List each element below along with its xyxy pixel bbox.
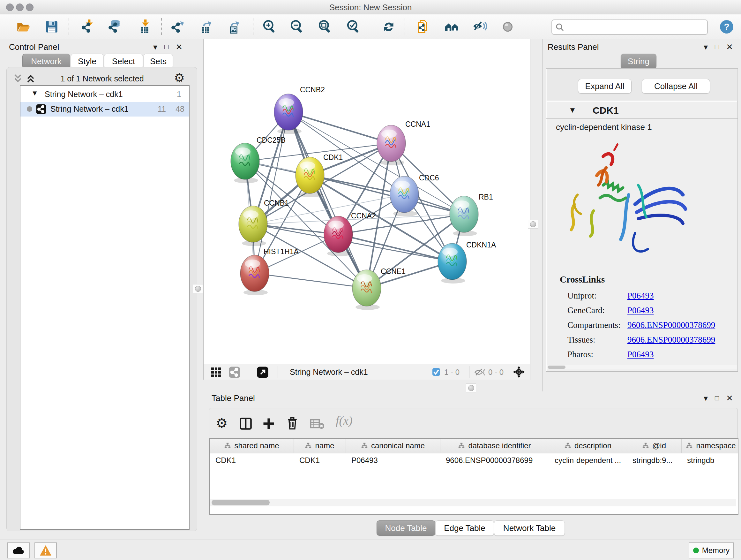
export-network-button[interactable] xyxy=(168,17,187,36)
collection-label: String Network – cdk1 xyxy=(45,90,123,99)
close-panel-icon[interactable]: ✕ xyxy=(176,42,183,52)
import-database-button[interactable] xyxy=(105,17,124,36)
import-table-button[interactable] xyxy=(135,17,153,36)
float-panel-icon[interactable]: ▾ xyxy=(704,393,708,403)
table-cell[interactable]: stringdb:9... xyxy=(627,454,681,467)
vertical-splitter-handle[interactable] xyxy=(193,284,203,293)
close-panel-icon[interactable]: ✕ xyxy=(726,393,733,403)
selected-checkbox-icon[interactable] xyxy=(432,368,441,376)
column-header-canonical-name[interactable]: canonical name xyxy=(346,439,441,453)
node-CCNA1[interactable]: CCNA1 xyxy=(377,120,430,165)
node-CCNB2[interactable]: CCNB2 xyxy=(274,85,325,134)
vertical-splitter-handle[interactable] xyxy=(528,220,538,229)
crosslink-link[interactable]: 9606.ENSP00000378699 xyxy=(627,335,715,345)
horizontal-splitter-handle[interactable] xyxy=(466,383,476,392)
maximize-panel-icon[interactable]: □ xyxy=(164,43,169,51)
node-RB1[interactable]: RB1 xyxy=(450,193,493,236)
export-image-button[interactable] xyxy=(223,17,242,36)
collapse-all-button[interactable]: Collapse All xyxy=(642,79,710,94)
function-builder-icon[interactable]: f(x) xyxy=(336,414,353,428)
tab-network[interactable]: Network xyxy=(22,54,70,69)
maximize-panel-icon[interactable]: □ xyxy=(715,394,719,402)
column-header-description[interactable]: description xyxy=(549,439,627,453)
network-collection-row[interactable]: ▼ String Network – cdk1 1 xyxy=(20,87,189,102)
expand-all-networks-icon[interactable] xyxy=(25,73,37,84)
tab-edge-table[interactable]: Edge Table xyxy=(435,520,494,536)
network-row-selected[interactable]: String Network – cdk1 11 48 xyxy=(20,102,189,117)
crosslink-link[interactable]: P06493 xyxy=(627,350,654,360)
crosslink-link[interactable]: P06493 xyxy=(627,306,654,315)
column-header-database-identifier[interactable]: database identifier xyxy=(440,439,549,453)
tab-sets[interactable]: Sets xyxy=(144,54,173,69)
table-hscrollbar-thumb[interactable] xyxy=(212,500,270,505)
pan-move-icon[interactable] xyxy=(513,366,525,378)
zoom-out-button[interactable] xyxy=(288,17,307,36)
close-panel-icon[interactable]: ✕ xyxy=(726,42,733,52)
table-cell[interactable]: P06493 xyxy=(346,454,440,467)
table-cell[interactable]: 9606.ENSP00000378699 xyxy=(440,454,549,467)
tab-select[interactable]: Select xyxy=(104,54,143,69)
show-columns-icon[interactable] xyxy=(239,417,253,431)
help-icon: ? xyxy=(719,19,734,35)
crosslink-link[interactable]: 9606.ENSP00000378699 xyxy=(627,320,715,330)
node-label-CDC25B: CDC25B xyxy=(257,136,286,144)
tab-style[interactable]: Style xyxy=(71,54,104,69)
toolbar-separator xyxy=(469,366,469,378)
maximize-panel-icon[interactable]: □ xyxy=(715,43,719,51)
delete-table-icon[interactable] xyxy=(310,419,325,429)
zoom-selected-button[interactable] xyxy=(344,17,363,36)
tab-string[interactable]: String xyxy=(621,54,657,69)
results-hscrollbar-thumb[interactable] xyxy=(548,366,565,369)
refresh-layout-button[interactable] xyxy=(380,17,398,36)
first-neighbors-button[interactable] xyxy=(414,17,433,36)
birds-eye-view-icon[interactable] xyxy=(211,367,221,378)
cloud-status-button[interactable] xyxy=(7,543,30,558)
network-view-canvas[interactable]: CCNB2CCNA1CDC25BCDK1CDC6RB1CCNB1CCNA2CDK… xyxy=(203,39,530,364)
string-logo-icon[interactable] xyxy=(228,366,241,378)
column-header--id[interactable]: @id xyxy=(627,439,682,453)
table-cell[interactable]: CDK1 xyxy=(210,454,293,467)
collection-expander-icon[interactable]: ▼ xyxy=(31,89,38,98)
expand-all-button[interactable]: Expand All xyxy=(578,79,631,94)
network-options-gear-icon[interactable]: ⚙ xyxy=(174,71,185,85)
column-header-shared-name[interactable]: shared name xyxy=(210,439,294,453)
open-in-new-window-icon[interactable] xyxy=(257,366,269,378)
add-column-icon[interactable] xyxy=(262,417,276,431)
zoom-in-button[interactable] xyxy=(260,17,279,36)
delete-column-icon[interactable] xyxy=(285,416,299,431)
hidden-eye-icon[interactable] xyxy=(474,368,485,377)
node-CCNE1[interactable]: CCNE1 xyxy=(352,267,406,310)
home-button[interactable] xyxy=(443,17,461,36)
memory-button[interactable]: Memory xyxy=(689,543,734,558)
collapse-all-networks-icon[interactable] xyxy=(12,73,23,84)
tab-node-table[interactable]: Node Table xyxy=(377,520,435,536)
zoom-fit-button[interactable] xyxy=(316,17,334,36)
table-cell[interactable]: stringdb xyxy=(681,454,738,467)
table-toolbar: ⚙ f(x) xyxy=(209,408,738,438)
hide-selected-button[interactable] xyxy=(471,17,489,36)
column-header-name[interactable]: name xyxy=(293,439,346,453)
zoom-out-icon xyxy=(289,19,305,35)
node-CDKN1A[interactable]: CDKN1A xyxy=(438,241,496,284)
import-network-button[interactable] xyxy=(78,17,97,36)
search-input[interactable] xyxy=(567,21,702,32)
show-all-button[interactable] xyxy=(498,17,517,36)
network-graph[interactable]: CCNB2CCNA1CDC25BCDK1CDC6RB1CCNB1CCNA2CDK… xyxy=(204,39,530,364)
help-button[interactable]: ? xyxy=(718,17,736,36)
node-HIST1H1A[interactable]: HIST1H1A xyxy=(240,247,299,295)
float-panel-icon[interactable]: ▾ xyxy=(704,42,708,52)
tab-network-table[interactable]: Network Table xyxy=(494,520,565,536)
crosslink-link[interactable]: P06493 xyxy=(627,291,654,301)
gene-expander-icon[interactable]: ▼ xyxy=(569,106,576,115)
save-session-button[interactable] xyxy=(43,17,61,36)
column-header-namespace[interactable]: namespace xyxy=(681,439,738,453)
table-options-gear-icon[interactable]: ⚙ xyxy=(216,415,228,431)
results-hscrollbar xyxy=(547,365,737,369)
open-session-button[interactable] xyxy=(14,17,32,36)
table-cell[interactable]: cyclin-dependent ... xyxy=(549,454,627,467)
export-table-button[interactable] xyxy=(196,17,214,36)
table-cell[interactable]: CDK1 xyxy=(293,454,346,467)
warnings-button[interactable] xyxy=(35,543,57,558)
node-CDC25B[interactable]: CDC25B xyxy=(231,136,286,183)
float-panel-icon[interactable]: ▾ xyxy=(153,42,157,52)
